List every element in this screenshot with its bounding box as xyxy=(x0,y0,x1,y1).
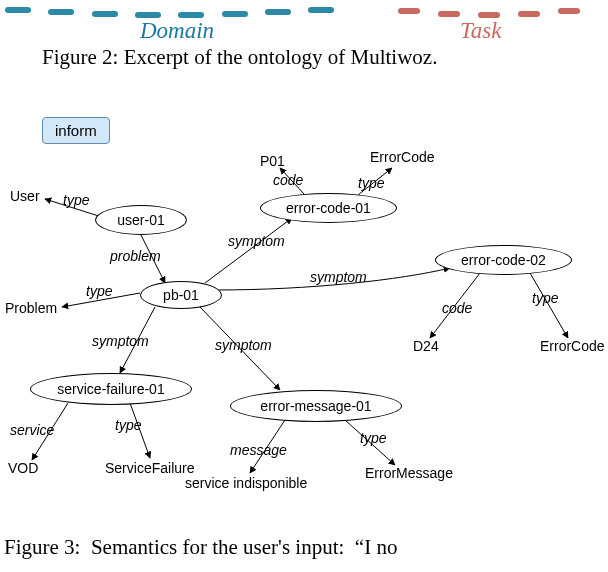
terminal-problem: Problem xyxy=(5,300,57,316)
edge-label-problem: problem xyxy=(110,248,161,264)
edge-label-symptom: symptom xyxy=(92,333,149,349)
semantic-graph: user-01 pb-01 error-code-01 error-code-0… xyxy=(0,155,608,535)
dash-red xyxy=(398,8,420,14)
terminal-errormessage: ErrorMessage xyxy=(365,465,453,481)
edge-label-type: type xyxy=(360,430,386,446)
edge-label-type: type xyxy=(63,192,89,208)
node-error-message-01: error-message-01 xyxy=(230,390,402,422)
dash-red xyxy=(518,11,540,17)
dash-red xyxy=(438,11,460,17)
dash-blue xyxy=(92,11,118,17)
domain-label: Domain xyxy=(140,18,214,44)
edge-label-type: type xyxy=(86,283,112,299)
figure3-caption: Figure 3: Semantics for the user's input… xyxy=(4,535,604,560)
terminal-vod: VOD xyxy=(8,460,38,476)
terminal-user: User xyxy=(10,188,40,204)
edge-label-symptom: symptom xyxy=(215,337,272,353)
edge-label-type: type xyxy=(532,290,558,306)
terminal-errorcode-2: ErrorCode xyxy=(540,338,605,354)
dash-blue xyxy=(265,9,291,15)
terminal-errorcode-1: ErrorCode xyxy=(370,149,435,165)
edge-label-type: type xyxy=(358,175,384,191)
terminal-p01: P01 xyxy=(260,153,285,169)
figure2-caption: Figure 2: Excerpt of the ontology of Mul… xyxy=(42,45,582,70)
terminal-service-indisponible: service indisponible xyxy=(185,475,307,491)
svg-line-3 xyxy=(205,218,292,283)
edge-label-symptom: symptom xyxy=(228,233,285,249)
node-pb-01: pb-01 xyxy=(140,281,222,309)
edge-label-type: type xyxy=(115,417,141,433)
edge-label-code: code xyxy=(273,172,303,188)
terminal-servicefailure: ServiceFailure xyxy=(105,460,194,476)
dash-blue xyxy=(222,11,248,17)
node-service-failure-01: service-failure-01 xyxy=(30,373,192,405)
dashed-border-row xyxy=(0,0,608,24)
node-error-code-01: error-code-01 xyxy=(260,193,397,223)
edge-label-code: code xyxy=(442,300,472,316)
node-user-01: user-01 xyxy=(95,205,187,235)
edge-label-message: message xyxy=(230,442,287,458)
task-label: Task xyxy=(460,18,501,44)
dash-blue xyxy=(308,7,334,13)
page-container: Domain Task Figure 2: Excerpt of the ont… xyxy=(0,0,608,572)
terminal-d24: D24 xyxy=(413,338,439,354)
node-error-code-02: error-code-02 xyxy=(435,245,572,275)
dash-blue xyxy=(5,7,31,13)
edge-label-service: service xyxy=(10,422,54,438)
dash-red xyxy=(558,8,580,14)
inform-tag: inform xyxy=(42,117,110,144)
edge-label-symptom: symptom xyxy=(310,269,367,285)
dash-blue xyxy=(48,9,74,15)
